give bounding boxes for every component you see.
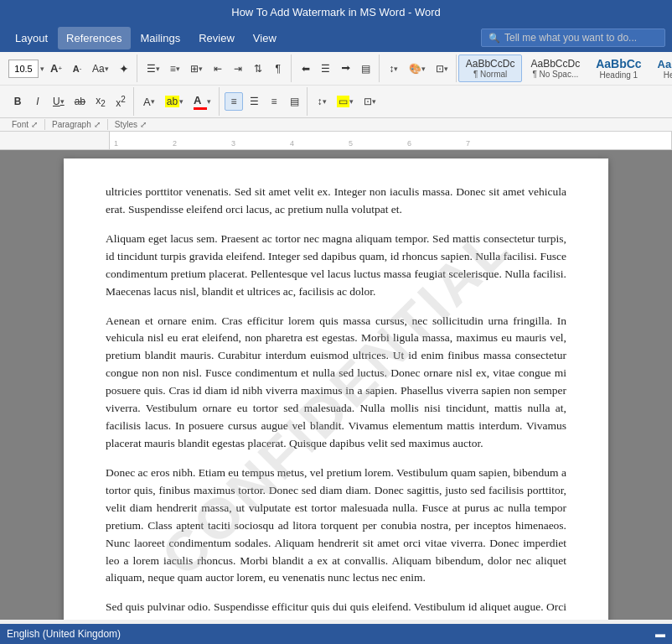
line-spacing-arrow: ▾ (394, 65, 398, 73)
font-color-group: A▾ ab▾ A ▾ (136, 87, 220, 116)
title-bar: How To Add Watermark in MS Word - Word (0, 0, 672, 23)
text-effects-btn[interactable]: A▾ (139, 92, 159, 111)
ribbon: ▾ A+ A- Aa▾ ✦ ☰▾ ≡▾ ⊞▾ (0, 52, 672, 132)
font-size-input[interactable] (8, 60, 39, 78)
style-heading2-label: Heading 2 (664, 70, 672, 80)
menu-review[interactable]: Review (190, 27, 243, 49)
font-color-display: A (194, 94, 207, 110)
change-case-btn[interactable]: Aa▾ (88, 60, 113, 78)
ruler-mark-7: 7 (466, 139, 470, 148)
sort-btn[interactable]: ⇅ (249, 60, 267, 78)
style-heading2[interactable]: AaBbCcD Heading 2 (650, 55, 672, 82)
style-heading1-label: Heading 1 (600, 70, 638, 80)
font-size-up-btn[interactable]: A+ (46, 60, 66, 78)
page[interactable]: CONFIDENTIAL ultricies porttitor venenat… (64, 158, 608, 620)
shading-btn2[interactable]: ▭▾ (333, 92, 358, 111)
font-expand-icon[interactable]: ⤢ (31, 120, 38, 129)
search-icon: 🔍 (488, 33, 500, 44)
justify-icon2: ▤ (290, 96, 299, 107)
para-spacing-group2: ↕▾ ▭▾ ⊡▾ (309, 87, 384, 116)
numbering-btn[interactable]: ≡▾ (166, 60, 184, 78)
decrease-indent-btn[interactable]: ⇤ (209, 60, 227, 78)
font-group: ▾ A+ A- Aa▾ ✦ (5, 55, 137, 82)
justify-btn2[interactable]: ▤ (285, 92, 303, 111)
clear-format-btn[interactable]: ✦ (115, 60, 133, 78)
language-indicator: English (United Kingdom) (7, 628, 121, 640)
underline-icon: U (53, 96, 60, 107)
style-normal-label: ¶ Normal (473, 70, 507, 79)
shading-arrow2: ▾ (349, 97, 354, 106)
align-center-btn2[interactable]: ☰ (245, 92, 263, 111)
align-right-btn2[interactable]: ≡ (265, 92, 283, 111)
underline-arrow: ▾ (60, 97, 65, 106)
align-center-icon: ☰ (321, 63, 330, 75)
line-spacing-btn[interactable]: ↕▾ (385, 60, 403, 78)
borders-btn2[interactable]: ⊡▾ (359, 92, 380, 111)
highlight-icon: ab (165, 96, 179, 107)
alignment-group: ⬅ ☰ ⮕ ▤ (293, 55, 380, 82)
align-right-icon2: ≡ (271, 96, 277, 107)
style-no-spacing-label: ¶ No Spac... (532, 70, 578, 79)
line-spacing-arrow2: ▾ (323, 97, 327, 106)
increase-indent-btn[interactable]: ⇥ (229, 60, 247, 78)
styles-section: AaBbCcDc ¶ Normal AaBbCcDc ¶ No Spac... … (458, 55, 672, 82)
menu-view[interactable]: View (245, 27, 285, 49)
font-label-text: Font (12, 120, 28, 129)
paragraph-5: Sed quis pulvinar odio. Suspendisse effi… (106, 599, 566, 620)
increase-indent-icon: ⇥ (234, 63, 242, 75)
bullets-icon: ☰ (147, 63, 156, 75)
strikethrough-btn[interactable]: ab (70, 92, 90, 111)
highlight-btn[interactable]: ab▾ (161, 92, 188, 111)
text-effects-icon: A (143, 96, 151, 108)
justify-btn[interactable]: ▤ (357, 60, 375, 78)
search-bar[interactable]: 🔍 Tell me what you want to do... (481, 29, 665, 47)
multilevel-arrow: ▾ (199, 65, 203, 73)
borders-arrow: ▾ (444, 65, 448, 73)
search-placeholder: Tell me what you want to do... (504, 32, 637, 44)
align-right-btn[interactable]: ⮕ (337, 60, 355, 78)
styles-expand-icon[interactable]: ⤢ (140, 120, 147, 129)
superscript-btn[interactable]: x2 (111, 92, 130, 111)
font-size-down-btn[interactable]: A- (68, 60, 86, 78)
document-area: CONFIDENTIAL ultricies porttitor venenat… (0, 150, 672, 620)
scroll-btn[interactable]: ▬ (655, 628, 665, 640)
borders-btn[interactable]: ⊡▾ (432, 60, 452, 78)
font-color-bar (194, 107, 207, 110)
subscript-icon: x2 (96, 95, 106, 108)
italic-btn[interactable]: I (28, 92, 47, 111)
font-color-btn[interactable]: A ▾ (189, 92, 215, 111)
multilevel-icon: ⊞ (190, 63, 199, 75)
underline-btn[interactable]: U▾ (49, 92, 69, 111)
menu-references[interactable]: References (58, 27, 130, 49)
subscript-btn[interactable]: x2 (91, 92, 110, 111)
align-left-btn[interactable]: ⬅ (297, 60, 315, 78)
font-size-dropdown[interactable]: ▾ (40, 65, 44, 73)
strikethrough-icon: ab (75, 96, 85, 107)
change-case-arrow: ▾ (105, 65, 109, 73)
ruler-mark-1: 1 (114, 139, 118, 148)
paragraph-4: Donec ac eros nibh. Etiam eu tempus metu… (106, 465, 566, 587)
toolbar-row2: B I U▾ ab x2 x2 A▾ ab▾ (0, 86, 672, 117)
shading-btn[interactable]: 🎨▾ (405, 60, 430, 78)
justify-icon: ▤ (361, 63, 370, 75)
style-no-spacing[interactable]: AaBbCcDc ¶ No Spac... (523, 55, 587, 82)
menu-layout[interactable]: Layout (7, 27, 56, 49)
paragraph-2: Aliquam eget lacus sem. Praesent ac tort… (106, 231, 566, 301)
style-no-spacing-preview: AaBbCcDc (530, 58, 580, 70)
multilevel-btn[interactable]: ⊞▾ (186, 60, 207, 78)
align-center-btn[interactable]: ☰ (317, 60, 335, 78)
paragraph-expand-icon[interactable]: ⤢ (94, 120, 101, 129)
paragraph-1: ultricies porttitor venenatis. Sed sit a… (106, 184, 566, 219)
style-normal[interactable]: AaBbCcDc ¶ Normal (458, 55, 523, 82)
show-hide-btn[interactable]: ¶ (269, 60, 287, 78)
line-spacing-btn2[interactable]: ↕▾ (313, 92, 331, 111)
bold-btn[interactable]: B (8, 92, 27, 111)
styles-group-label: Styles ⤢ (108, 119, 153, 130)
font-size-up-icon: A (50, 62, 58, 75)
style-heading1[interactable]: AaBbCc Heading 1 (588, 55, 649, 82)
ribbon-bottom: Font ⤢ Paragraph ⤢ Styles ⤢ (0, 117, 672, 131)
align-left-btn2[interactable]: ≡ (225, 92, 243, 111)
menu-mailings[interactable]: Mailings (132, 27, 189, 49)
decrease-indent-icon: ⇤ (214, 63, 222, 75)
bullets-btn[interactable]: ☰▾ (142, 60, 164, 78)
